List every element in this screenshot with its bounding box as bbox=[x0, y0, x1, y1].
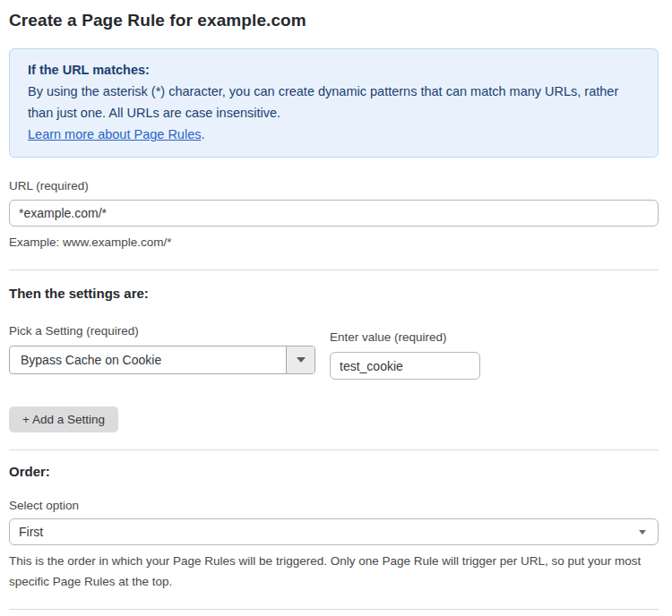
url-field-label: URL (required) bbox=[9, 179, 89, 192]
url-field-group: URL (required) Example: www.example.com/… bbox=[9, 177, 659, 252]
page-title: Create a Page Rule for example.com bbox=[9, 11, 659, 30]
create-page-rule-form: Create a Page Rule for example.com If th… bbox=[0, 0, 672, 616]
url-match-info-box: If the URL matches: By using the asteris… bbox=[9, 48, 659, 158]
setting-select-group: Pick a Setting (required) Bypass Cache o… bbox=[9, 322, 315, 374]
info-box-body: By using the asterisk (*) character, you… bbox=[28, 81, 640, 124]
setting-value-input[interactable] bbox=[330, 352, 480, 380]
setting-row: Pick a Setting (required) Bypass Cache o… bbox=[9, 322, 659, 380]
link-suffix: . bbox=[201, 127, 204, 141]
setting-select-value: Bypass Cache on Cookie bbox=[10, 346, 286, 373]
order-select[interactable]: First bbox=[9, 518, 659, 545]
divider bbox=[9, 609, 659, 610]
order-select-value: First bbox=[19, 525, 43, 539]
url-example-text: Example: www.example.com/* bbox=[9, 232, 659, 252]
chevron-down-icon bbox=[297, 357, 306, 363]
setting-value-label: Enter value (required) bbox=[330, 330, 447, 344]
order-section-heading: Order: bbox=[9, 464, 659, 479]
setting-select-label: Pick a Setting (required) bbox=[9, 324, 139, 338]
order-select-label: Select option bbox=[9, 499, 659, 512]
learn-more-link[interactable]: Learn more about Page Rules bbox=[28, 127, 201, 141]
setting-select[interactable]: Bypass Cache on Cookie bbox=[9, 346, 315, 374]
divider bbox=[9, 449, 659, 450]
divider bbox=[9, 270, 659, 270]
order-select-group: Select option First This is the order in… bbox=[9, 499, 659, 592]
info-box-link-line: Learn more about Page Rules. bbox=[28, 124, 640, 145]
add-setting-button[interactable]: + Add a Setting bbox=[9, 406, 118, 432]
setting-value-group: Enter value (required) bbox=[330, 329, 480, 380]
chevron-down-icon bbox=[639, 530, 646, 535]
url-input[interactable] bbox=[9, 200, 659, 227]
order-help-text: This is the order in which your Page Rul… bbox=[9, 551, 663, 592]
setting-select-arrow-box[interactable] bbox=[286, 346, 314, 373]
settings-section-heading: Then the settings are: bbox=[9, 286, 659, 301]
info-box-heading: If the URL matches: bbox=[28, 59, 640, 81]
